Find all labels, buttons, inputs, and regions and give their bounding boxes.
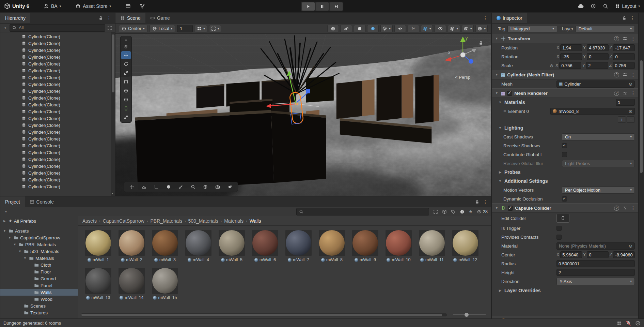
transform-tool-tool-button[interactable] [121, 87, 131, 95]
radius-field[interactable]: 0.5000001 [556, 260, 635, 267]
remove-material-button[interactable]: − [627, 116, 635, 123]
hidden-count[interactable]: 28 [477, 209, 488, 214]
hierarchy-item[interactable]: Cylinder(Clone) [0, 94, 111, 101]
menu-grip-tool-button[interactable]: ≡ [121, 37, 131, 42]
hierarchy-item[interactable]: Cylinder(Clone) [0, 122, 111, 129]
lock-icon[interactable] [98, 16, 103, 20]
search-icon[interactable] [603, 3, 608, 9]
tab-inspector[interactable]: Inspector [492, 13, 527, 23]
move-overlay-button[interactable] [126, 183, 138, 191]
foldout-icon[interactable]: ▼ [494, 73, 499, 76]
tree-item-pbr_materials[interactable]: ▼PBR_Materials [0, 241, 78, 248]
status-ok-icon[interactable] [635, 321, 641, 326]
notifications-muted-icon[interactable] [626, 321, 631, 326]
material-tile[interactable]: mWall_3 [152, 230, 178, 262]
breadcrumb-item[interactable]: PBR_Materials [151, 218, 182, 224]
sphere-overlay-button[interactable] [163, 183, 174, 191]
lock-icon[interactable] [622, 16, 627, 20]
foldout-icon[interactable]: ▼ [494, 206, 499, 210]
hierarchy-item[interactable]: Cylinder(Clone) [0, 156, 111, 163]
step-button[interactable] [330, 2, 343, 11]
center-x-field[interactable]: 5.96040 [560, 251, 582, 258]
scrollbar-thumb[interactable] [81, 314, 442, 316]
material-tile[interactable]: mWall_4 [185, 230, 211, 262]
hierarchy-item[interactable]: Cylinder(Clone) [0, 81, 111, 88]
hierarchy-item[interactable]: Cylinder(Clone) [0, 54, 111, 60]
center-z-field[interactable]: -8.94060 [613, 251, 635, 258]
lock-icon[interactable] [478, 41, 483, 45]
mesh-filter-header[interactable]: ▼ ▦ Cylinder (Mesh Filter) ? ⋮ [492, 70, 638, 79]
tree-item-cloth[interactable]: Cloth [0, 262, 78, 268]
component-enabled-checkbox[interactable] [508, 206, 513, 211]
tree-item-textures[interactable]: Textures [0, 309, 78, 316]
move-tool-button[interactable] [121, 51, 131, 59]
search-overlay-button[interactable] [187, 183, 199, 191]
tab-game[interactable]: Game [145, 13, 175, 23]
center-y-field[interactable]: 0 [587, 251, 609, 258]
camera-toggle[interactable]: ▾ [462, 25, 474, 32]
cache-grid-icon[interactable] [617, 321, 622, 326]
label-icon[interactable] [451, 209, 456, 214]
history-icon[interactable] [591, 3, 596, 9]
rotation-x-field[interactable]: -35 [560, 53, 582, 60]
eye-toggle[interactable] [435, 25, 446, 32]
provides-contacts-checkbox[interactable] [556, 235, 562, 240]
presets-icon[interactable] [623, 72, 627, 77]
material-thumbnail[interactable] [152, 268, 178, 294]
scale-z-field[interactable]: 0.756 [613, 62, 635, 69]
position-y-field[interactable]: 4.67830 [587, 44, 609, 51]
tree-item-walls[interactable]: Walls [0, 289, 78, 296]
hierarchy-item[interactable]: Cylinder(Clone) [0, 60, 111, 67]
materials-foldout[interactable]: ▼ Materials 1 [492, 98, 638, 107]
material-tile[interactable]: mWall_7 [285, 230, 312, 262]
hierarchy-scrollbar[interactable]: ▾ [111, 32, 115, 196]
material-tile[interactable]: mWall_6 [252, 230, 278, 262]
material-thumbnail[interactable] [452, 230, 478, 256]
capsule-tool-button[interactable] [121, 104, 131, 113]
position-x-field[interactable]: 1.94 [560, 44, 582, 51]
material-thumbnail[interactable] [352, 230, 378, 256]
kebab-menu-icon[interactable]: ⋮ [107, 15, 111, 21]
tab-console[interactable]: Console [25, 196, 59, 207]
hierarchy-item[interactable]: Cylinder(Clone) [0, 47, 111, 54]
breadcrumb-item[interactable]: 500_Materials [188, 218, 218, 224]
material-thumbnail[interactable] [219, 230, 245, 256]
chevron-down-icon[interactable]: ▾ [4, 210, 8, 213]
direction-dropdown[interactable]: Y-Axis▾ [556, 278, 635, 285]
project-search-input[interactable] [296, 208, 429, 215]
help-icon[interactable]: ? [614, 206, 619, 211]
hierarchy-item[interactable]: Cylinder(Clone) [0, 74, 111, 81]
grid-snap-dropdown[interactable]: ▾ [195, 25, 207, 32]
terrain-overlay-button[interactable] [138, 183, 150, 191]
position-z-field[interactable]: -17.647 [613, 44, 635, 51]
scrollbar-thumb[interactable] [112, 34, 114, 92]
material-thumbnail[interactable] [152, 230, 178, 256]
contribute-gi-checkbox[interactable] [562, 152, 567, 157]
favorites-icon[interactable]: ★ [469, 209, 473, 214]
help-icon[interactable]: ? [614, 72, 619, 77]
window-icon[interactable] [125, 3, 131, 9]
material-thumbnail[interactable] [119, 230, 145, 256]
orbit-toggle[interactable] [341, 25, 352, 32]
material-tile[interactable]: mWall_10 [386, 230, 412, 262]
tree-item-wood[interactable]: Wood [0, 296, 78, 302]
material-asset-header[interactable]: ▼ mWood_8 (Material) ⋮ [492, 316, 638, 319]
tree-item-captaincatsparrow[interactable]: ▼CaptainCatSparrow [0, 234, 78, 241]
perspective-label[interactable]: < Persp [455, 75, 470, 80]
object-picker-icon[interactable]: ⊙ [629, 81, 632, 87]
lock-icon[interactable] [475, 199, 480, 204]
material-thumbnail[interactable] [85, 268, 111, 294]
foldout-icon[interactable]: ▼ [23, 256, 27, 260]
transform-tool-overlay-button[interactable] [200, 183, 211, 191]
material-tile[interactable]: mWall_14 [119, 268, 145, 300]
version-control-icon[interactable] [140, 3, 145, 9]
material-thumbnail[interactable] [119, 268, 145, 294]
material-thumbnail[interactable] [185, 230, 211, 256]
foldout-icon[interactable]: ▼ [494, 37, 499, 40]
search-filter-icon[interactable] [107, 26, 112, 30]
kebab-menu-icon[interactable]: ⋮ [483, 199, 488, 205]
rect-tool-tool-button[interactable] [121, 78, 131, 86]
hierarchy-item[interactable]: Cylinder(Clone) [0, 129, 111, 135]
paint-overlay-button[interactable] [175, 183, 187, 191]
space-mode-dropdown[interactable]: Local ▾ [150, 25, 175, 32]
